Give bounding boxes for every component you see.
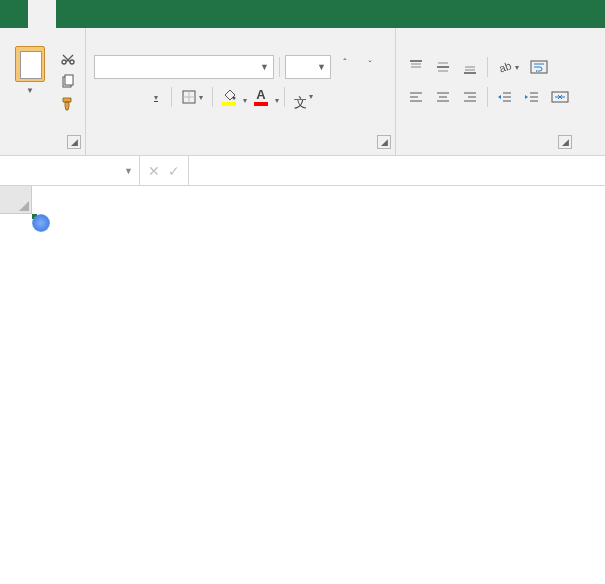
bucket-icon [222,89,236,101]
align-center-icon [435,89,451,105]
tab-view[interactable] [196,0,224,28]
separator [284,87,285,107]
align-middle-icon [435,59,451,75]
decrease-fontsize-button[interactable]: ˇ [359,55,381,79]
chevron-down-icon[interactable]: ▾ [243,96,247,105]
tab-page-layout[interactable] [84,0,112,28]
font-launcher[interactable]: ◢ [377,135,391,149]
formula-bar: ▼ ✕ ✓ [0,156,605,186]
bold-button[interactable] [94,85,116,109]
align-top-icon [408,59,424,75]
align-right-icon [462,89,478,105]
paste-button[interactable]: ▼ [8,46,52,118]
orientation-icon: ab [497,59,513,75]
chevron-down-icon: ▼ [26,86,34,95]
worksheet-grid [0,186,605,584]
tab-file[interactable] [0,0,28,28]
tab-insert[interactable] [56,0,84,28]
select-all-corner[interactable] [0,186,32,214]
border-icon [181,89,197,105]
tab-formulas[interactable] [112,0,140,28]
align-bottom-button[interactable] [458,55,482,79]
font-size-combo[interactable]: ▼ [285,55,331,79]
chevron-down-icon: ▼ [260,62,269,72]
formula-input[interactable] [205,156,605,185]
selection-outline [32,214,36,218]
chevron-down-icon[interactable]: ▾ [275,96,279,105]
merge-icon [551,89,569,105]
increase-indent-button[interactable] [520,85,544,109]
separator [171,87,172,107]
copy-button[interactable] [58,73,78,91]
alignment-launcher[interactable]: ◢ [558,135,572,149]
align-middle-button[interactable] [431,55,455,79]
align-right-button[interactable] [458,85,482,109]
svg-text:ab: ab [497,59,513,74]
fill-color-swatch [222,102,236,106]
font-color-button[interactable]: A [250,85,272,109]
chevron-down-icon: ▼ [317,62,326,72]
orientation-button[interactable]: ab ▾ [493,55,523,79]
separator [279,57,280,77]
outdent-icon [497,89,513,105]
align-center-button[interactable] [431,85,455,109]
tab-home[interactable] [28,0,56,28]
copy-icon [60,74,76,90]
format-painter-button[interactable] [58,95,78,113]
enter-formula-button[interactable]: ✓ [168,163,180,179]
chevron-down-icon: ▾ [199,93,203,102]
scissors-icon [60,52,76,68]
cut-button[interactable] [58,51,78,69]
separator [487,87,488,107]
fill-color-button[interactable] [218,85,240,109]
brush-icon [60,96,76,112]
underline-button[interactable]: ▾ [144,85,166,109]
chevron-down-icon: ▾ [309,92,313,102]
tab-data[interactable] [140,0,168,28]
cursor-indicator [32,214,50,232]
clipboard-launcher[interactable]: ◢ [67,135,81,149]
align-left-button[interactable] [404,85,428,109]
font-name-combo[interactable]: ▼ [94,55,274,79]
svg-rect-1 [65,75,73,85]
decrease-indent-button[interactable] [493,85,517,109]
font-color-swatch [254,102,268,106]
phonetic-guide-button[interactable]: 文 ▾ [290,85,317,109]
wrap-text-button[interactable] [526,55,552,79]
ribbon: ▼ ◢ [0,28,605,156]
chevron-down-icon: ▾ [154,93,158,102]
clipboard-icon [15,46,45,82]
font-color-A: A [256,89,265,101]
chevron-down-icon: ▾ [515,63,519,72]
group-alignment: ab ▾ [396,28,576,155]
cancel-formula-button[interactable]: ✕ [148,163,160,179]
wrap-icon [530,59,548,75]
borders-button[interactable]: ▾ [177,85,207,109]
italic-button[interactable] [119,85,141,109]
separator [212,87,213,107]
group-clipboard: ▼ ◢ [0,28,86,155]
group-font: ▼ ▼ ˆ ˇ [86,28,396,155]
align-left-icon [408,89,424,105]
chevron-down-icon: ▼ [124,166,133,176]
name-box[interactable]: ▼ [0,156,140,185]
ribbon-tabs [0,0,605,28]
tab-review[interactable] [168,0,196,28]
increase-fontsize-button[interactable]: ˆ [334,55,356,79]
align-top-button[interactable] [404,55,428,79]
tab-extra[interactable] [224,0,252,28]
svg-point-5 [233,96,236,99]
merge-center-button[interactable] [547,85,573,109]
indent-icon [524,89,540,105]
separator [487,57,488,77]
align-bottom-icon [462,59,478,75]
